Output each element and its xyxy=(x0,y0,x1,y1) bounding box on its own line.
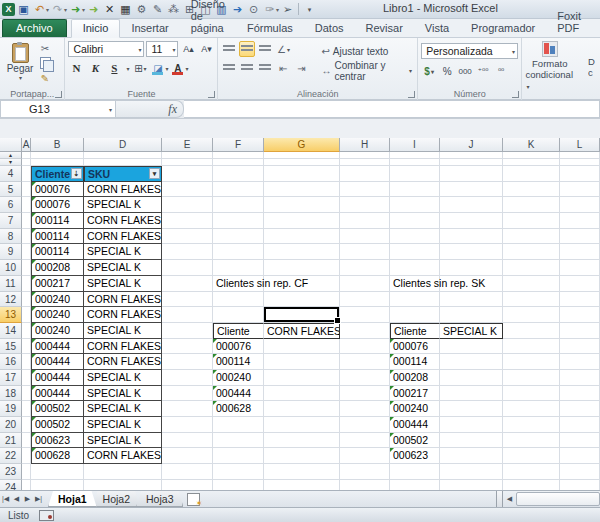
next-sheet-button[interactable]: ▶ xyxy=(22,491,33,507)
cell-E4[interactable] xyxy=(162,166,213,182)
cell-L5[interactable] xyxy=(560,182,600,198)
cell-F16[interactable]: 000114 xyxy=(213,354,264,370)
cell-D5[interactable]: CORN FLAKES xyxy=(84,182,162,198)
cell-F21[interactable] xyxy=(213,433,264,449)
cell-G20[interactable] xyxy=(264,417,340,433)
cell-A16[interactable] xyxy=(22,354,31,370)
cell-H4[interactable] xyxy=(340,166,390,182)
cell-K5[interactable] xyxy=(503,182,560,198)
column-header-A[interactable]: A xyxy=(22,138,31,152)
fill-handle[interactable] xyxy=(334,317,341,324)
cell-A17[interactable] xyxy=(22,370,31,386)
cell-J5[interactable] xyxy=(440,182,503,198)
cell-E22[interactable] xyxy=(162,448,213,464)
cell-G14[interactable]: CORN FLAKES xyxy=(264,323,340,339)
row-header-21[interactable]: 21 xyxy=(0,433,22,449)
cell-L17[interactable] xyxy=(560,370,600,386)
select-all-corner[interactable] xyxy=(0,138,22,152)
conditional-formatting-button[interactable]: Formato condicional ▾ xyxy=(525,41,574,91)
forward-arrow-caret-icon[interactable]: ▾ xyxy=(82,6,85,13)
cell-B14[interactable]: 000240 xyxy=(31,323,84,339)
cell-F13[interactable] xyxy=(213,307,264,323)
cell-H15[interactable] xyxy=(340,339,390,355)
cell-H5[interactable] xyxy=(340,182,390,198)
cell-D12[interactable]: CORN FLAKES xyxy=(84,292,162,308)
cell-I16[interactable]: 000114 xyxy=(390,354,440,370)
cell-J24[interactable] xyxy=(440,480,503,490)
cell-J7[interactable] xyxy=(440,213,503,229)
align-top-button[interactable] xyxy=(221,41,237,57)
cell-G9[interactable] xyxy=(264,244,340,260)
cell-E16[interactable] xyxy=(162,354,213,370)
cell-F17[interactable]: 000240 xyxy=(213,370,264,386)
cell-I23[interactable] xyxy=(390,464,440,480)
cell-I12[interactable] xyxy=(390,292,440,308)
cell-G4[interactable] xyxy=(264,166,340,182)
cell-D22[interactable]: CORN FLAKES xyxy=(84,448,162,464)
cell-K23[interactable] xyxy=(503,464,560,480)
row-header-11[interactable]: 11 xyxy=(0,276,22,292)
row-header-5[interactable]: 5 xyxy=(0,182,22,198)
tab-archivo[interactable]: Archivo xyxy=(2,19,67,37)
cell-K13[interactable] xyxy=(503,307,560,323)
alignment-dialog-launcher[interactable] xyxy=(408,91,415,98)
cell-G8[interactable] xyxy=(264,229,340,245)
decrease-decimal-button[interactable]: ⁰⁰ xyxy=(493,63,509,79)
cell-K22[interactable] xyxy=(503,448,560,464)
cell-A10[interactable] xyxy=(22,260,31,276)
column-header-E[interactable]: E xyxy=(162,138,213,152)
cell-D18[interactable]: SPECIAL K xyxy=(84,386,162,402)
cell-L4[interactable] xyxy=(560,166,600,182)
cell-G18[interactable] xyxy=(264,386,340,402)
cell-I17[interactable]: 000208 xyxy=(390,370,440,386)
first-sheet-button[interactable]: |◀ xyxy=(0,491,11,507)
cell-L10[interactable] xyxy=(560,260,600,276)
cell-A19[interactable] xyxy=(22,401,31,417)
borders-button[interactable]: ⊞▾ xyxy=(132,60,148,76)
cell-F10[interactable] xyxy=(213,260,264,276)
cell-E24[interactable] xyxy=(162,480,213,490)
cell-D23[interactable] xyxy=(84,464,162,480)
cell-F24[interactable] xyxy=(213,480,264,490)
cell-G7[interactable] xyxy=(264,213,340,229)
cell-I22[interactable]: 000623 xyxy=(390,448,440,464)
cell-F8[interactable] xyxy=(213,229,264,245)
cell-F20[interactable] xyxy=(213,417,264,433)
cell-K19[interactable] xyxy=(503,401,560,417)
qat-customize-icon[interactable]: ▾ xyxy=(302,2,317,17)
row-header-24[interactable]: 24 xyxy=(0,480,22,490)
cell-B10[interactable]: 000208 xyxy=(31,260,84,276)
cell-E9[interactable] xyxy=(162,244,213,260)
cell-F4[interactable] xyxy=(213,166,264,182)
cell-F12[interactable] xyxy=(213,292,264,308)
cell-I6[interactable] xyxy=(390,197,440,213)
row-header-22[interactable]: 22 xyxy=(0,448,22,464)
font-size-combo[interactable]: 11▾ xyxy=(146,41,178,57)
freeform-select-icon[interactable]: ✎ xyxy=(150,2,165,17)
cell-F15[interactable]: 000076 xyxy=(213,339,264,355)
insert-worksheet-button[interactable] xyxy=(187,493,200,506)
cell-H12[interactable] xyxy=(340,292,390,308)
cell-A12[interactable] xyxy=(22,292,31,308)
cell-D14[interactable]: SPECIAL K xyxy=(84,323,162,339)
cell-A9[interactable] xyxy=(22,244,31,260)
percent-style-button[interactable]: % xyxy=(439,63,455,79)
cell-J8[interactable] xyxy=(440,229,503,245)
cell-B19[interactable]: 000502 xyxy=(31,401,84,417)
cell-H22[interactable] xyxy=(340,448,390,464)
paste-button[interactable]: Pegar ▾ xyxy=(3,41,37,85)
cell-K21[interactable] xyxy=(503,433,560,449)
macro-record-icon[interactable] xyxy=(39,510,54,521)
cell-J12[interactable] xyxy=(440,292,503,308)
tab-diseno-de-pagina[interactable]: Diseño de página xyxy=(180,0,236,37)
cell-G19[interactable] xyxy=(264,401,340,417)
cell-E11[interactable] xyxy=(162,276,213,292)
number-dialog-launcher[interactable] xyxy=(512,91,519,98)
row-header-6[interactable]: 6 xyxy=(0,197,22,213)
row-header-16[interactable]: 16 xyxy=(0,354,22,370)
sheet-tab-hoja1[interactable]: Hoja1 xyxy=(48,491,97,507)
undo-caret-icon[interactable]: ▾ xyxy=(46,6,49,13)
clipboard-dialog-launcher[interactable] xyxy=(55,91,62,98)
cell-K20[interactable] xyxy=(503,417,560,433)
print-preview-icon[interactable]: ⊙ xyxy=(246,2,261,17)
